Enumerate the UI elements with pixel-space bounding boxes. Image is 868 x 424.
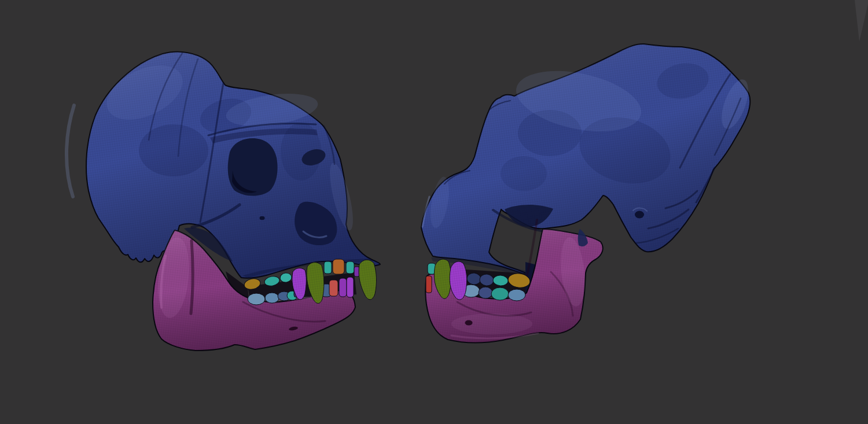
viewport-canvas[interactable] <box>0 0 868 424</box>
tooth-left-lower-incisor-2[interactable] <box>329 280 338 296</box>
light-patch <box>451 314 532 334</box>
ear-hole <box>635 211 644 219</box>
infraorbital-foramen <box>260 216 265 220</box>
tooth-left-lower-molar-2[interactable] <box>265 293 279 303</box>
tooth-left-upper-incisor-3[interactable] <box>346 261 354 274</box>
tooth-right-lower-molar-3[interactable] <box>491 287 509 300</box>
tooth-left-upper-incisor-1[interactable] <box>324 261 332 274</box>
tooth-left-upper-incisor-2[interactable] <box>333 259 344 274</box>
mental-foramen <box>465 320 473 326</box>
tooth-right-lower-molar-4[interactable] <box>508 289 525 301</box>
tooth-right-lower-molar-2[interactable] <box>479 287 492 298</box>
shade-patch <box>139 124 208 176</box>
tooth-left-lower-incisor-3[interactable] <box>339 278 347 297</box>
shade-patch <box>501 156 547 191</box>
eye-socket <box>228 138 278 196</box>
tooth-right-lower-incisor[interactable] <box>426 276 432 293</box>
tooth-left-lower-incisor-4[interactable] <box>347 277 354 297</box>
tooth-left-lower-molar-1[interactable] <box>248 293 265 305</box>
